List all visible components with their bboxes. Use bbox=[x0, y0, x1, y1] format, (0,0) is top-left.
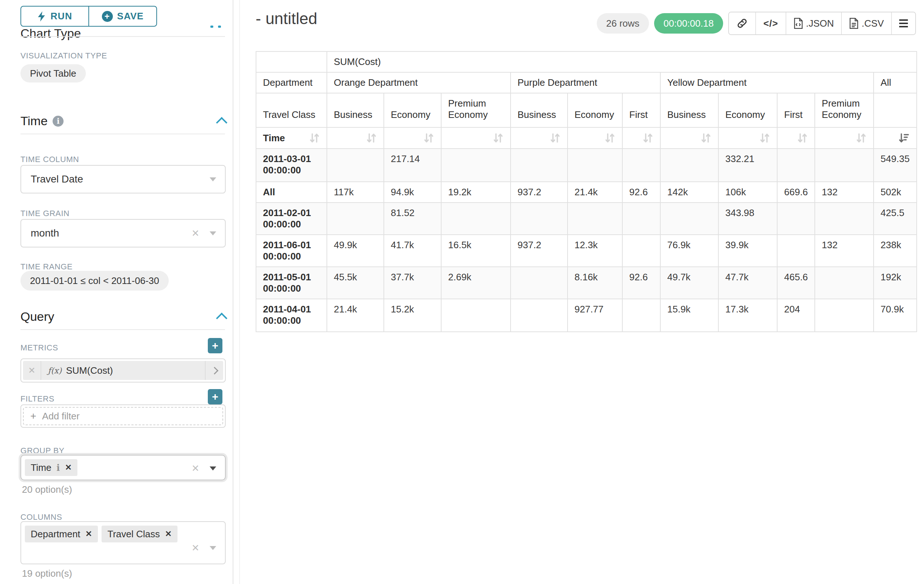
group-by-select[interactable]: Time i ✕ ✕ bbox=[20, 455, 226, 480]
value-cell: 465.6 bbox=[777, 267, 815, 299]
chevron-up-icon[interactable] bbox=[216, 117, 227, 128]
department-row-label: Department bbox=[256, 72, 327, 93]
time-grain-select[interactable]: month ✕ bbox=[20, 219, 226, 247]
remove-metric-icon[interactable]: ✕ bbox=[23, 361, 41, 380]
time-column-select[interactable]: Travel Date bbox=[20, 165, 226, 193]
chevron-down-icon[interactable] bbox=[210, 546, 216, 550]
file-code-icon bbox=[794, 18, 803, 29]
table-row: Travel ClassBusinessEconomyPremium Econo… bbox=[256, 93, 917, 127]
value-cell bbox=[511, 148, 568, 182]
row-time-label: 2011-04-01 00:00:00 bbox=[256, 299, 327, 332]
clear-icon[interactable]: ✕ bbox=[191, 542, 200, 554]
value-cell bbox=[777, 148, 815, 182]
value-cell: 8.16k bbox=[568, 267, 622, 299]
clear-icon[interactable]: ✕ bbox=[191, 463, 200, 474]
value-cell: 106k bbox=[718, 182, 777, 202]
value-cell bbox=[660, 148, 718, 182]
run-button[interactable]: RUN bbox=[20, 6, 89, 26]
add-filter-plus-button[interactable]: + bbox=[208, 389, 223, 405]
value-cell: 937.2 bbox=[511, 235, 568, 267]
value-cell: 132 bbox=[815, 235, 874, 267]
save-button[interactable]: + SAVE bbox=[89, 6, 157, 26]
hamburger-icon bbox=[899, 19, 908, 27]
add-metric-button[interactable]: + bbox=[208, 338, 223, 353]
columns-tag-travel-class: Travel Class ✕ bbox=[102, 526, 178, 542]
info-icon[interactable]: i bbox=[57, 462, 60, 473]
sort-icon[interactable] bbox=[797, 132, 808, 144]
viz-type-pill[interactable]: Pivot Table bbox=[20, 64, 86, 82]
value-cell bbox=[622, 235, 660, 267]
copy-link-button[interactable] bbox=[729, 12, 756, 34]
travel-class-row-label: Travel Class bbox=[256, 93, 327, 127]
value-cell bbox=[815, 267, 874, 299]
sort-icon[interactable] bbox=[642, 132, 653, 144]
clear-icon[interactable]: ✕ bbox=[191, 228, 200, 239]
metric-pill[interactable]: ✕ ƒ(x) SUM(Cost) bbox=[23, 361, 223, 380]
value-cell: 21.4k bbox=[327, 299, 384, 332]
sort-icon[interactable] bbox=[423, 132, 434, 144]
row-time-label: 2011-03-01 00:00:00 bbox=[256, 148, 327, 182]
time-row-label: Time bbox=[256, 127, 327, 148]
columns-select[interactable]: Department ✕ Travel Class ✕ ✕ bbox=[20, 521, 226, 564]
sort-icon[interactable] bbox=[701, 132, 711, 144]
sort-icon[interactable] bbox=[493, 132, 504, 144]
chevron-down-icon[interactable] bbox=[210, 466, 216, 470]
chart-title[interactable]: - untitled bbox=[256, 10, 317, 28]
table-row: 2011-04-01 00:00:0021.4k15.2k927.7715.9k… bbox=[256, 299, 917, 332]
value-cell: 12.3k bbox=[568, 235, 622, 267]
file-lines-icon bbox=[849, 18, 859, 29]
sort-icon[interactable] bbox=[366, 132, 377, 144]
table-row: 2011-02-01 00:00:0081.52343.98425.5 bbox=[256, 202, 917, 235]
export-json-button[interactable]: .JSON bbox=[786, 12, 842, 34]
value-cell bbox=[777, 235, 815, 267]
table-row: All117k94.9k19.2k937.221.4k92.6142k106k6… bbox=[256, 182, 917, 202]
value-cell: 2.69k bbox=[441, 267, 511, 299]
sort-cell bbox=[874, 127, 917, 148]
run-save-toolbar: RUN + SAVE bbox=[20, 6, 157, 26]
travel-class-header: Business bbox=[511, 93, 568, 127]
value-cell: 92.6 bbox=[622, 182, 660, 202]
value-cell: 425.5 bbox=[874, 202, 917, 235]
value-cell: 343.98 bbox=[718, 202, 777, 235]
chevron-down-icon[interactable] bbox=[210, 178, 216, 181]
value-cell: 15.2k bbox=[384, 299, 441, 332]
view-query-button[interactable]: </> bbox=[756, 12, 786, 34]
sort-icon[interactable] bbox=[856, 132, 867, 144]
sort-cell bbox=[327, 127, 384, 148]
value-cell: 39.9k bbox=[718, 235, 777, 267]
pivot-table-container: SUM(Cost)DepartmentOrange DepartmentPurp… bbox=[256, 51, 917, 332]
group-by-label: GROUP BY bbox=[20, 446, 64, 456]
sort-icon[interactable] bbox=[309, 132, 320, 144]
value-cell: 81.52 bbox=[384, 202, 441, 235]
group-by-option-count: 20 option(s) bbox=[22, 484, 72, 495]
info-icon[interactable]: i bbox=[53, 116, 64, 127]
link-icon bbox=[736, 18, 748, 29]
sort-icon[interactable] bbox=[549, 132, 561, 144]
sort-icon[interactable] bbox=[759, 132, 770, 144]
viz-type-label: VISUALIZATION TYPE bbox=[20, 51, 107, 61]
value-cell: 927.77 bbox=[568, 299, 622, 332]
value-cell bbox=[777, 202, 815, 235]
remove-tag-icon[interactable]: ✕ bbox=[65, 463, 72, 472]
chevron-down-icon[interactable] bbox=[210, 231, 216, 235]
remove-tag-icon[interactable]: ✕ bbox=[86, 529, 92, 539]
sort-descending-icon[interactable] bbox=[898, 132, 910, 144]
chevron-up-icon[interactable] bbox=[216, 313, 227, 324]
add-filter-button[interactable]: + Add filter bbox=[23, 407, 223, 425]
table-row: 2011-06-01 00:00:0049.9k41.7k16.5k937.21… bbox=[256, 235, 917, 267]
value-cell bbox=[622, 202, 660, 235]
value-cell: 16.5k bbox=[441, 235, 511, 267]
menu-button[interactable] bbox=[892, 12, 915, 34]
sort-icon[interactable] bbox=[604, 132, 615, 144]
value-cell: 49.7k bbox=[660, 267, 718, 299]
query-timer-badge: 00:00:00.18 bbox=[654, 13, 723, 34]
export-csv-button[interactable]: .CSV bbox=[842, 12, 892, 34]
pivot-table: SUM(Cost)DepartmentOrange DepartmentPurp… bbox=[256, 51, 917, 332]
time-range-pill[interactable]: 2011-01-01 ≤ col < 2011-06-30 bbox=[20, 271, 169, 291]
remove-tag-icon[interactable]: ✕ bbox=[165, 529, 172, 539]
chart-header: - untitled 26 rows 00:00:00.18 </> bbox=[256, 0, 916, 40]
open-metric-icon[interactable] bbox=[205, 361, 223, 380]
code-icon: </> bbox=[763, 18, 778, 29]
time-section-header: Time i bbox=[20, 114, 226, 128]
row-time-label: 2011-02-01 00:00:00 bbox=[256, 202, 327, 235]
